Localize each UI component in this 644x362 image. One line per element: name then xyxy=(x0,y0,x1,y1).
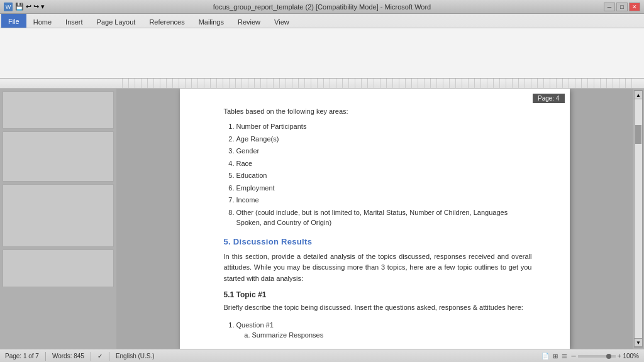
spell-check-icon[interactable]: ✓ xyxy=(97,353,103,359)
left-sidebar xyxy=(0,89,116,349)
document-container: Page: 4 Tables based on the following ke… xyxy=(116,89,633,349)
window-title: focus_group_report_template (2) [Compati… xyxy=(213,3,431,11)
ruler xyxy=(0,79,644,89)
title-bar: W 💾 ↩ ↪ ▾ focus_group_report_template (2… xyxy=(0,0,644,14)
tab-file[interactable]: File xyxy=(1,14,26,28)
questions-list: Question #1 Summarize Responses xyxy=(236,320,532,341)
list-item: Education xyxy=(236,170,532,181)
scroll-down-button[interactable]: ▼ xyxy=(634,338,643,347)
main-area: Page: 4 Tables based on the following ke… xyxy=(0,89,644,349)
section5-heading: 5. Discussion Results xyxy=(224,237,532,246)
language: English (U.S.) xyxy=(116,353,155,359)
scroll-track[interactable] xyxy=(635,99,642,338)
section5-body: In this section, provide a detailed anal… xyxy=(224,251,532,285)
document-page: Page: 4 Tables based on the following ke… xyxy=(180,89,570,349)
ribbon-tabs: File Home Insert Page Layout References … xyxy=(0,14,644,28)
status-left: Page: 1 of 7 Words: 845 ✓ English (U.S.) xyxy=(5,352,155,361)
close-button[interactable]: ✕ xyxy=(629,3,640,11)
ruler-inner xyxy=(116,79,638,88)
tab-home[interactable]: Home xyxy=(26,15,58,28)
divider xyxy=(91,352,91,361)
page-number-badge: Page: 4 xyxy=(533,94,564,103)
tab-page-layout[interactable]: Page Layout xyxy=(90,15,143,28)
restore-button[interactable]: □ xyxy=(616,3,628,11)
right-sidebar: ▲ ▼ xyxy=(633,89,644,349)
zoom-in-button[interactable]: + xyxy=(618,353,621,359)
response-item: Summarize Responses xyxy=(252,330,532,341)
list-item-employment: Employment xyxy=(236,183,532,194)
section51-body: Briefly describe the topic being discuss… xyxy=(224,302,532,314)
scroll-up-button[interactable]: ▲ xyxy=(634,90,643,99)
zoom-control: ─ + 100% xyxy=(571,353,639,359)
tab-review[interactable]: Review xyxy=(231,15,267,28)
status-right: 📄 ⊞ ☰ ─ + 100% xyxy=(541,353,639,359)
divider xyxy=(109,352,109,361)
word-icon: W xyxy=(4,3,13,11)
undo-icon[interactable]: ↩ xyxy=(26,3,31,11)
vertical-scrollbar: ▲ ▼ xyxy=(634,90,643,348)
list-item: Income xyxy=(236,195,532,206)
status-bar: Page: 1 of 7 Words: 845 ✓ English (U.S.)… xyxy=(0,349,644,362)
ribbon: File Home Insert Page Layout References … xyxy=(0,14,644,79)
customize-icon[interactable]: ▾ xyxy=(41,3,45,11)
sidebar-block-2 xyxy=(3,131,114,182)
tab-mailings[interactable]: Mailings xyxy=(192,15,231,28)
question-item: Question #1 Summarize Responses xyxy=(236,320,532,341)
sidebar-block-3 xyxy=(3,184,114,247)
view-reading-icon[interactable]: ☰ xyxy=(562,353,567,359)
word-count: Words: 845 xyxy=(52,353,84,359)
list-item: Other (could include, but is not limited… xyxy=(236,207,532,228)
list-item: Race xyxy=(236,158,532,169)
page-count: Page: 1 of 7 xyxy=(5,353,39,359)
tab-references[interactable]: References xyxy=(142,15,191,28)
title-bar-left: W 💾 ↩ ↪ ▾ xyxy=(4,3,45,11)
divider xyxy=(45,352,46,361)
section51-heading: 5.1 Topic #1 xyxy=(224,290,532,299)
minimize-button[interactable]: ─ xyxy=(604,3,615,11)
scroll-thumb[interactable] xyxy=(635,125,641,144)
responses-list: Summarize Responses xyxy=(252,330,532,341)
sidebar-block-1 xyxy=(3,91,114,129)
tab-insert[interactable]: Insert xyxy=(58,15,90,28)
key-areas-list: Number of Participants Age Range(s) Gend… xyxy=(236,121,532,228)
view-print-icon[interactable]: 📄 xyxy=(541,353,549,359)
zoom-slider[interactable] xyxy=(578,355,616,358)
ribbon-content xyxy=(0,28,644,78)
sidebar-block-4 xyxy=(3,250,114,287)
save-icon[interactable]: 💾 xyxy=(15,3,24,11)
zoom-thumb xyxy=(606,354,611,359)
list-item: Age Range(s) xyxy=(236,134,532,145)
quick-access-toolbar: 💾 ↩ ↪ ▾ xyxy=(15,3,45,11)
view-fullscreen-icon[interactable]: ⊞ xyxy=(553,353,558,359)
zoom-out-button[interactable]: ─ xyxy=(571,353,575,359)
list-item: Number of Participants xyxy=(236,121,532,132)
redo-icon[interactable]: ↪ xyxy=(33,3,39,11)
intro-text: Tables based on the following key areas: xyxy=(224,107,532,115)
list-item: Gender xyxy=(236,146,532,156)
window-controls: ─ □ ✕ xyxy=(604,3,640,11)
zoom-level: 100% xyxy=(623,353,639,359)
tab-view[interactable]: View xyxy=(267,15,296,28)
